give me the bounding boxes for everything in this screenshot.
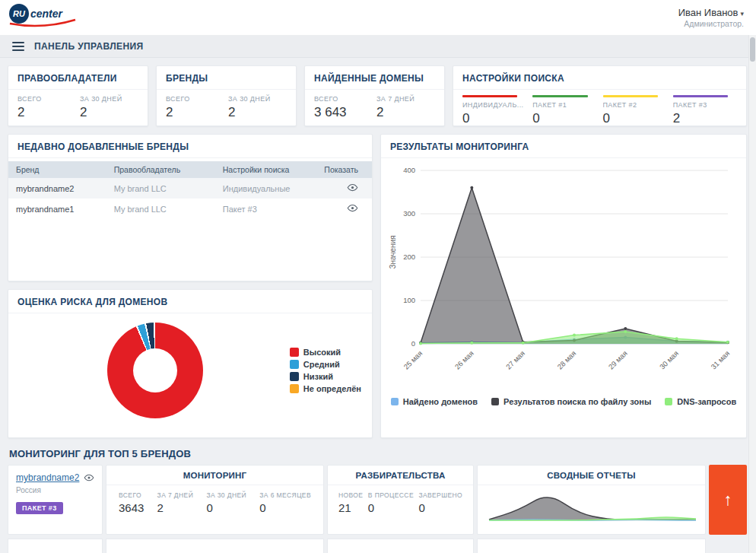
svg-text:28 мая: 28 мая <box>555 349 577 371</box>
stat-value: 0 <box>368 501 414 514</box>
legend-label: Высокий <box>303 348 341 357</box>
view-button[interactable] <box>84 472 94 483</box>
legend-item[interactable]: Высокий <box>290 348 361 357</box>
legend-label: Результатов поиска по файлу зоны <box>503 397 651 406</box>
stat-label: ПАКЕТ #2 <box>603 101 667 109</box>
panel-stub <box>106 539 324 553</box>
legend-item[interactable]: Не определён <box>290 384 361 393</box>
svg-text:100: 100 <box>403 296 415 304</box>
vertical-scrollbar[interactable] <box>748 35 756 553</box>
color-bar <box>462 95 517 97</box>
cell-holder: My brand LLC <box>106 178 215 199</box>
risk-donut-chart[interactable] <box>107 323 203 418</box>
scroll-top-button[interactable]: ↑ <box>709 465 747 535</box>
panel-monitoring: МОНИТОРИНГ ВСЕГО 3643 ЗА 7 ДНЕЙ 2 ЗА 30 … <box>106 465 324 535</box>
svg-text:26 мая: 26 мая <box>453 349 475 371</box>
panel-stub <box>8 539 103 553</box>
rucenter-logo-image: RU center <box>8 3 78 29</box>
stat-label: ЗА 30 ДНЕЙ <box>228 95 291 103</box>
stat-value: 2 <box>157 501 194 514</box>
legend-item[interactable]: Низкий <box>290 372 361 381</box>
page-title: ПАНЕЛЬ УПРАВЛЕНИЯ <box>34 41 144 52</box>
recent-brands-table: Бренд Правообладатель Настройки поиска П… <box>8 161 372 219</box>
legend-swatch <box>290 348 299 357</box>
rucenter-logo[interactable]: RU center <box>8 3 78 32</box>
app-header: RU center Иван Иванов▾ Администратор. <box>0 0 756 35</box>
color-bar <box>673 95 728 97</box>
view-button[interactable] <box>347 182 358 193</box>
stat-value: 2 <box>17 105 80 120</box>
card-rightsholders: ПРАВООБЛАДАТЕЛИ ВСЕГО 2 ЗА 30 ДНЕЙ 2 <box>8 65 148 126</box>
cell-brand: mybrandname1 <box>8 199 106 219</box>
stat-value: 2 <box>673 111 737 126</box>
legend-swatch <box>290 384 299 393</box>
panel-title: МОНИТОРИНГ <box>106 466 323 485</box>
stat-value: 0 <box>603 111 667 126</box>
stat-label: ЗАВЕРШЕНО <box>418 491 462 499</box>
color-bar <box>603 95 658 97</box>
color-bar <box>532 95 587 97</box>
panel-proceedings: РАЗБИРАТЕЛЬСТВА НОВОЕ 21 В ПРОЦЕССЕ 0 ЗА… <box>327 465 474 535</box>
stat-value: 2 <box>166 105 228 120</box>
stat-value: 21 <box>338 501 363 514</box>
table-row[interactable]: mybrandname2 My brand LLC Индивидуальные <box>8 178 372 199</box>
eye-icon <box>347 202 358 214</box>
card-title: ОЦЕНКА РИСКА ДЛЯ ДОМЕНОВ <box>8 290 372 313</box>
stat-label: ЗА 7 ДНЕЙ <box>376 95 439 103</box>
stat-label: ЗА 7 ДНЕЙ <box>157 491 194 499</box>
stat-label: ИНДИВИДУАЛЬ... <box>462 101 526 109</box>
column-header: Настройки поиска <box>215 161 317 178</box>
stat-label: ПАКЕТ #1 <box>532 101 596 109</box>
chart-legend: Найдено доменов Результатов поиска по фа… <box>381 397 746 406</box>
svg-text:200: 200 <box>403 253 415 261</box>
card-title: НАСТРОЙКИ ПОИСКА <box>453 66 746 90</box>
panel-stub <box>327 539 474 553</box>
risk-legend: Высокий Средний Низкий Не определён <box>290 345 361 396</box>
table-row[interactable]: mybrandname1 My brand LLC Пакет #3 <box>8 199 372 219</box>
stat-label: ЗА 30 ДНЕЙ <box>206 491 246 499</box>
svg-text:300: 300 <box>403 209 415 218</box>
table-header-row: Бренд Правообладатель Настройки поиска П… <box>8 161 372 178</box>
view-button[interactable] <box>347 202 358 214</box>
stat-value: 3643 <box>119 501 144 514</box>
panel-stub <box>709 539 747 553</box>
brand-link[interactable]: mybrandname2 <box>16 472 79 483</box>
stat-label: ЗА 30 ДНЕЙ <box>80 95 142 103</box>
menu-icon[interactable] <box>11 39 26 54</box>
legend-item[interactable]: Средний <box>290 360 361 369</box>
card-brands: БРЕНДЫ ВСЕГО 2 ЗА 30 ДНЕЙ 2 <box>156 65 297 126</box>
monitoring-area-chart[interactable]: 010020030040025 мая26 мая27 мая28 мая29 … <box>390 163 739 393</box>
panel-summary-reports: СВОДНЫЕ ОТЧЕТЫ <box>477 465 706 535</box>
card-title: НЕДАВНО ДОБАВЛЕННЫЕ БРЕНДЫ <box>8 135 372 158</box>
stat-value: 2 <box>376 105 439 120</box>
user-menu[interactable]: Иван Иванов▾ Администратор. <box>678 7 744 28</box>
legend-label: Найдено доменов <box>403 397 478 406</box>
legend-label: Низкий <box>303 372 333 381</box>
svg-text:400: 400 <box>403 166 415 174</box>
legend-item[interactable]: Результатов поиска по файлу зоны <box>491 397 651 406</box>
main-content: ПРАВООБЛАДАТЕЛИ ВСЕГО 2 ЗА 30 ДНЕЙ 2 БРЕ… <box>0 58 756 553</box>
next-row-preview <box>8 539 747 553</box>
logo-ru-text: RU <box>13 9 26 18</box>
user-name: Иван Иванов <box>678 7 739 18</box>
cell-brand: mybrandname2 <box>8 178 106 199</box>
stat-value: 3 643 <box>314 105 376 120</box>
y-axis-title: Значения <box>389 226 397 279</box>
legend-swatch <box>665 398 672 405</box>
svg-text:29 мая: 29 мая <box>607 349 629 371</box>
donut-hole <box>133 348 177 393</box>
user-role: Администратор. <box>678 19 744 28</box>
reports-sparkline-chart[interactable] <box>487 488 698 523</box>
legend-label: Средний <box>303 360 340 369</box>
stat-label: ЗА 6 МЕСЯЦЕВ <box>259 491 311 499</box>
legend-item[interactable]: DNS-запросов <box>665 397 736 406</box>
legend-item[interactable]: Найдено доменов <box>391 397 478 406</box>
panel-title: РАЗБИРАТЕЛЬСТВА <box>328 466 473 485</box>
column-header: Правообладатель <box>106 161 215 178</box>
scrollbar-thumb[interactable] <box>750 37 755 62</box>
svg-text:0: 0 <box>411 339 415 348</box>
card-title: ПРАВООБЛАДАТЕЛИ <box>8 66 148 90</box>
column-header: Показать <box>316 161 372 178</box>
legend-swatch <box>391 398 399 405</box>
stat-label: НОВОЕ <box>338 491 363 499</box>
